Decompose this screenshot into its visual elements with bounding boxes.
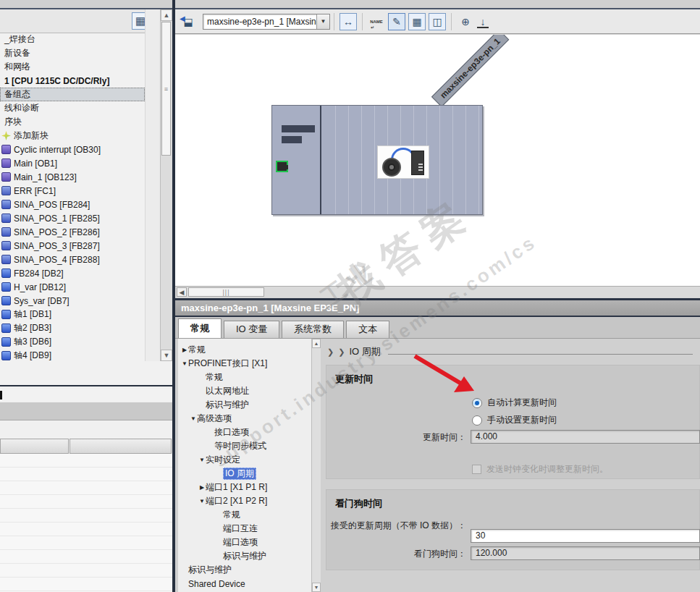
split-editor-icon[interactable]: ◫ xyxy=(429,13,446,30)
properties-nav-item[interactable]: ▼PROFINET接口 [X1] xyxy=(178,357,311,371)
properties-nav-item[interactable]: 以太网地址 xyxy=(178,384,311,398)
device-module[interactable] xyxy=(271,105,483,215)
radio-auto-update[interactable]: 自动计算更新时间 xyxy=(472,397,557,409)
watchdog-time-field[interactable]: 120.000 xyxy=(471,546,700,560)
tree-item[interactable]: Main [OB1] xyxy=(0,156,145,170)
update-time-field[interactable]: 4.000 xyxy=(471,430,700,444)
properties-nav-item[interactable]: 端口互连 xyxy=(178,522,311,536)
fb-block-icon xyxy=(1,241,11,250)
hscrollbar-thumb[interactable]: ||| xyxy=(188,287,264,297)
properties-nav-item[interactable]: 标识与维护 xyxy=(178,549,311,563)
chevron-down-icon[interactable]: ▼ xyxy=(181,360,188,367)
tree-item[interactable]: SINA_POS_3 [FB287] xyxy=(0,239,145,253)
details-column-2[interactable] xyxy=(69,439,172,454)
device-head-module[interactable] xyxy=(272,106,321,214)
scrollbar-thumb[interactable]: ≡ xyxy=(161,22,171,156)
scroll-up-button[interactable]: ▲ xyxy=(161,9,172,21)
properties-nav-label: PROFINET接口 [X1] xyxy=(188,358,267,370)
properties-nav-label: 端口选项 xyxy=(223,536,258,549)
chevron-down-icon[interactable]: ▼ xyxy=(198,457,206,463)
properties-nav-item[interactable]: IO 周期 xyxy=(178,467,311,481)
device-name-label[interactable]: maxsine-ep3e-pn_1 xyxy=(431,35,509,107)
properties-nav-item[interactable]: ▶常规 xyxy=(178,343,311,357)
tree-item[interactable]: 序块 xyxy=(0,115,145,129)
nav-scroll-down-button[interactable]: ▼ xyxy=(312,583,321,592)
canvas-horizontal-scrollbar[interactable]: ◀ ||| xyxy=(175,286,700,297)
scroll-left-button[interactable]: ◀ xyxy=(177,287,187,297)
toolbar-separator xyxy=(362,13,363,30)
breadcrumb-chevron-icon[interactable]: ❯ xyxy=(327,347,334,357)
network-view-icon[interactable]: ⬓◀ xyxy=(180,13,197,30)
rename-icon[interactable]: NAME↵ xyxy=(368,13,385,30)
scroll-down-button[interactable]: ▼ xyxy=(161,350,172,361)
tree-item[interactable]: Cyclic interrupt [OB30] xyxy=(0,143,145,156)
tree-item[interactable]: 线和诊断 xyxy=(0,101,145,115)
tree-item-label: 1 [CPU 1215C DC/DC/Rly] xyxy=(4,76,109,86)
address-overview-icon[interactable]: ↔ xyxy=(340,13,357,30)
servo-drive-image[interactable] xyxy=(377,145,429,179)
properties-nav-item[interactable]: 常规 xyxy=(178,371,311,384)
device-select-dropdown[interactable]: maxsine-ep3e-pn_1 [Maxsine ▼ xyxy=(203,14,330,30)
radio-unselected-icon[interactable] xyxy=(472,415,482,426)
tree-item[interactable]: 轴2 [DB3] xyxy=(0,321,145,335)
properties-nav-item[interactable]: 标识与维护 xyxy=(178,398,311,412)
tree-item[interactable]: 轴3 [DB6] xyxy=(0,335,145,349)
device-select-value: maxsine-ep3e-pn_1 [Maxsine xyxy=(203,14,316,29)
snap-grid-icon[interactable]: ▦ xyxy=(408,13,426,30)
project-tree-panel: ▦ ▦➜ _焊接台新设备和网络1 [CPU 1215C DC/DC/Rly]备组… xyxy=(0,9,172,592)
properties-nav-item[interactable]: ▼高级选项 xyxy=(178,412,311,426)
properties-nav-item[interactable]: 接口选项 xyxy=(178,426,311,439)
tab-texts[interactable]: 文本 xyxy=(346,321,389,338)
tree-item[interactable]: H_var [DB12] xyxy=(0,280,145,294)
properties-nav-label: IO 周期 xyxy=(223,468,256,480)
tree-item[interactable]: ERR [FC1] xyxy=(0,184,145,198)
breadcrumb-chevron-icon[interactable]: ❯ xyxy=(338,347,345,357)
radio-selected-icon[interactable] xyxy=(472,398,482,408)
properties-nav-item[interactable]: 等时同步模式 xyxy=(178,439,311,453)
tree-item[interactable]: SINA_POS_1 [FB285] xyxy=(0,211,145,225)
chevron-right-icon[interactable]: ▶ xyxy=(181,347,188,353)
properties-nav-item[interactable]: ▼端口2 [X1 P2 R] xyxy=(178,494,311,508)
properties-nav-item[interactable]: ▶端口1 [X1 P1 R] xyxy=(178,481,311,494)
tree-item[interactable]: 新设备 xyxy=(0,46,145,60)
profinet-port-icon[interactable] xyxy=(276,161,288,172)
chevron-down-icon[interactable]: ▼ xyxy=(198,498,206,504)
tree-item[interactable]: Sys_var [DB7] xyxy=(0,294,145,308)
properties-nav-item[interactable]: ▼实时设定 xyxy=(178,453,311,467)
checkbox-disabled-icon[interactable] xyxy=(472,465,481,474)
tree-item[interactable]: 轴4 [DB9] xyxy=(0,349,145,363)
highlight-addresses-icon[interactable]: ✎ xyxy=(388,13,405,30)
zoom-in-icon[interactable]: ⊕ xyxy=(457,13,474,30)
details-column-1[interactable] xyxy=(0,439,69,454)
tree-item[interactable]: 轴1 [DB1] xyxy=(0,308,145,321)
tree-item[interactable]: FB284 [DB2] xyxy=(0,266,145,280)
save-window-settings-icon[interactable]: ↓ xyxy=(477,17,489,28)
project-tree-scrollbar[interactable]: ▲ ≡ ▼ xyxy=(160,9,172,361)
properties-nav-item[interactable]: 标识与维护 xyxy=(178,563,311,577)
accepted-cycle-field[interactable]: 30 xyxy=(471,529,700,543)
tree-item[interactable]: _焊接台 xyxy=(0,33,145,46)
tab-system-constants[interactable]: 系统常数 xyxy=(282,321,344,338)
tree-item[interactable]: 添加新块 xyxy=(0,129,145,143)
tree-item[interactable]: SINA_POS [FB284] xyxy=(0,198,145,211)
chevron-down-icon[interactable]: ▼ xyxy=(190,415,197,422)
radio-manual-update[interactable]: 手动设置更新时间 xyxy=(472,414,557,426)
properties-nav-item[interactable]: Shared Device xyxy=(178,577,311,591)
tree-item[interactable]: 备组态 xyxy=(0,88,145,101)
tree-item[interactable]: SINA_POS_4 [FB288] xyxy=(0,253,145,266)
tab-io-tags[interactable]: IO 变量 xyxy=(224,321,279,338)
properties-nav-item[interactable]: 常规 xyxy=(178,508,311,522)
tree-item[interactable]: SINA_POS_2 [FB286] xyxy=(0,225,145,239)
details-header-bar xyxy=(0,402,172,420)
adjust-update-checkbox-row[interactable]: 发送时钟变化时调整更新时间。 xyxy=(472,463,608,475)
device-view-canvas[interactable]: maxsine-ep3e-pn_1 xyxy=(175,35,700,286)
nav-scroll-up-button[interactable]: ▲ xyxy=(312,339,321,348)
chevron-right-icon[interactable]: ▶ xyxy=(198,484,206,491)
tree-item[interactable]: Main_1 [OB123] xyxy=(0,170,145,184)
properties-nav-scrollbar[interactable]: ▲ ▼ xyxy=(311,339,321,592)
dropdown-arrow-icon[interactable]: ▼ xyxy=(316,14,329,29)
tree-item[interactable]: 和网络 xyxy=(0,60,145,74)
tree-item[interactable]: 1 [CPU 1215C DC/DC/Rly] xyxy=(0,74,145,88)
tab-general[interactable]: 常规 xyxy=(178,318,222,338)
properties-nav-item[interactable]: 端口选项 xyxy=(178,536,311,549)
